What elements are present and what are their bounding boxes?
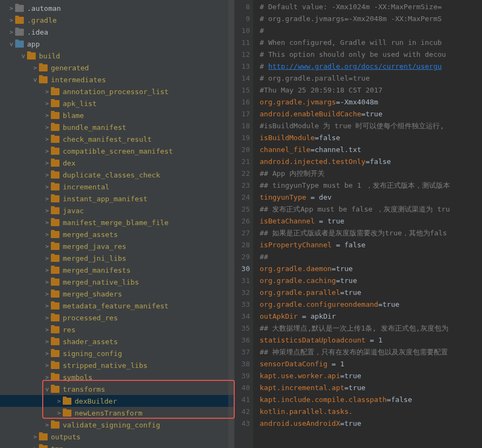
expand-arrow-icon[interactable]: > bbox=[43, 279, 51, 286]
tree-item-tmp[interactable]: >tmp bbox=[0, 443, 235, 448]
expand-arrow-icon[interactable]: > bbox=[43, 124, 51, 131]
code-line[interactable]: org.gradle.caching=true bbox=[260, 275, 482, 287]
tree-item-newLensTransform[interactable]: >newLensTransform bbox=[0, 407, 235, 419]
code-line[interactable]: # When configured, Gradle will run in in… bbox=[260, 37, 482, 49]
tree-item-app[interactable]: vapp bbox=[0, 38, 235, 50]
tree-item-merged-assets[interactable]: >merged_assets bbox=[0, 228, 235, 240]
tree-item-dexBuilder[interactable]: >dexBuilder bbox=[0, 395, 235, 407]
project-tree[interactable]: >.automan>.gradle>.ideavappvbuild>genera… bbox=[0, 0, 235, 448]
expand-arrow-icon[interactable]: > bbox=[43, 421, 51, 429]
expand-arrow-icon[interactable]: > bbox=[8, 5, 15, 12]
expand-arrow-icon[interactable]: > bbox=[8, 29, 15, 36]
code-line[interactable]: android.injected.testOnly=false bbox=[260, 156, 482, 168]
tree-item-intermediates[interactable]: vintermediates bbox=[0, 74, 235, 85]
tree-item-javac[interactable]: >javac bbox=[0, 205, 235, 216]
tree-item-incremental[interactable]: >incremental bbox=[0, 181, 235, 193]
expand-arrow-icon[interactable]: > bbox=[43, 136, 51, 143]
code-line[interactable]: ## 如果是正式版或者是灰度版需要改为true，其他为fals bbox=[260, 227, 482, 239]
code-line[interactable]: # Default value: -Xmx1024m -XX:MaxPermSi… bbox=[260, 1, 482, 13]
expand-arrow-icon[interactable]: > bbox=[43, 195, 51, 202]
code-line[interactable]: kapt.use.worker.api=true bbox=[260, 370, 482, 382]
code-line[interactable]: # http://www.gradle.org/docs/current/use… bbox=[260, 61, 482, 73]
code-line[interactable]: kapt.include.compile.classpath=false bbox=[260, 394, 482, 406]
expand-arrow-icon[interactable]: > bbox=[43, 183, 51, 190]
expand-arrow-icon[interactable]: > bbox=[43, 326, 51, 333]
code-line[interactable]: ## 神策埋点配置，只有在发布的渠道包以及灰度包需要配置 bbox=[260, 346, 482, 358]
expand-arrow-icon[interactable]: > bbox=[8, 17, 15, 24]
expand-arrow-icon[interactable]: > bbox=[43, 172, 51, 179]
expand-arrow-icon[interactable]: > bbox=[43, 362, 51, 369]
tree-item-blame[interactable]: >blame bbox=[0, 109, 235, 121]
expand-arrow-icon[interactable]: > bbox=[43, 219, 51, 226]
tree-item-bundle-manifest[interactable]: >bundle_manifest bbox=[0, 121, 235, 133]
code-line[interactable]: tingyunType = dev bbox=[260, 192, 482, 203]
expand-arrow-icon[interactable]: v bbox=[31, 76, 39, 83]
expand-arrow-icon[interactable]: > bbox=[43, 267, 51, 274]
expand-arrow-icon[interactable]: > bbox=[43, 350, 51, 357]
expand-arrow-icon[interactable]: > bbox=[31, 433, 39, 440]
code-line[interactable]: isBuildModule=false bbox=[260, 132, 482, 144]
code-line[interactable]: ## App 内控制开关 bbox=[260, 168, 482, 180]
expand-arrow-icon[interactable]: > bbox=[55, 410, 63, 417]
expand-arrow-icon[interactable]: > bbox=[43, 255, 51, 262]
tree-item-merged-native-libs[interactable]: >merged_native_libs bbox=[0, 276, 235, 288]
expand-arrow-icon[interactable]: > bbox=[43, 148, 51, 155]
tree-item-dex[interactable]: >dex bbox=[0, 157, 235, 169]
tree-item-generated[interactable]: >generated bbox=[0, 62, 235, 74]
code-line[interactable]: android.useAndroidX=true bbox=[260, 418, 482, 430]
code-line[interactable]: isBetaChannel = true bbox=[260, 215, 482, 227]
code-line[interactable]: ## 大数据埋点,默认是一次上传1条, 发布正式包,灰度包为 bbox=[260, 322, 482, 334]
tree-item-merged-shaders[interactable]: >merged_shaders bbox=[0, 288, 235, 300]
code-line[interactable]: org.gradle.configureondemand=true bbox=[260, 299, 482, 311]
code-editor[interactable]: 8910111213141516171819202122232425262728… bbox=[235, 0, 482, 448]
tree-item-apk-list[interactable]: >apk_list bbox=[0, 97, 235, 109]
code-line[interactable]: kotlin.parallel.tasks. bbox=[260, 406, 482, 418]
expand-arrow-icon[interactable]: v bbox=[43, 386, 51, 393]
tree-item-outputs[interactable]: >outputs bbox=[0, 431, 235, 443]
tree-item-merged-jni-libs[interactable]: >merged_jni_libs bbox=[0, 252, 235, 264]
code-line[interactable]: #Thu May 25 20:59:18 CST 2017 bbox=[260, 84, 482, 96]
code-line[interactable]: ## bbox=[260, 251, 482, 263]
code-line[interactable]: sensorDataConfig = 1 bbox=[260, 358, 482, 370]
expand-arrow-icon[interactable]: > bbox=[43, 160, 51, 167]
tree-item-merged-java-res[interactable]: >merged_java_res bbox=[0, 240, 235, 252]
tree-item-manifest-merge-blame-file[interactable]: >manifest_merge_blame_file bbox=[0, 216, 235, 228]
expand-arrow-icon[interactable]: v bbox=[19, 52, 27, 60]
code-line[interactable]: android.enableBuildCache=true bbox=[260, 108, 482, 120]
expand-arrow-icon[interactable]: > bbox=[55, 398, 63, 405]
code-line[interactable]: isPropertyChannel = false bbox=[260, 239, 482, 251]
code-line[interactable]: statisticsDataUploadcount = 1 bbox=[260, 334, 482, 346]
code-line[interactable]: channel_file=channel.txt bbox=[260, 144, 482, 156]
tree-item-build[interactable]: vbuild bbox=[0, 50, 235, 62]
expand-arrow-icon[interactable]: > bbox=[43, 302, 51, 309]
expand-arrow-icon[interactable]: > bbox=[43, 374, 51, 381]
tree-item-validate-signing-config[interactable]: >validate_signing_config bbox=[0, 419, 235, 431]
expand-arrow-icon[interactable]: v bbox=[8, 41, 15, 48]
tree-item--gradle[interactable]: >.gradle bbox=[0, 14, 235, 26]
tree-item-processed-res[interactable]: >processed_res bbox=[0, 312, 235, 324]
expand-arrow-icon[interactable]: > bbox=[43, 88, 51, 95]
code-line[interactable]: outApkDir = apkDir bbox=[260, 311, 482, 322]
code-line[interactable]: #isBuildModule 为 true 时可以使每个组件独立运行, bbox=[260, 120, 482, 132]
expand-arrow-icon[interactable]: > bbox=[43, 207, 51, 214]
code-line[interactable]: # bbox=[260, 25, 482, 37]
expand-arrow-icon[interactable]: > bbox=[43, 314, 51, 321]
expand-arrow-icon[interactable]: > bbox=[31, 64, 39, 71]
tree-item-instant-app-manifest[interactable]: >instant_app_manifest bbox=[0, 193, 235, 205]
tree-item-metadata-feature-manifest[interactable]: >metadata_feature_manifest bbox=[0, 300, 235, 312]
code-line[interactable]: ## tingyunType must be 1 ，发布正式版本，测试版本 bbox=[260, 180, 482, 192]
tree-item-symbols[interactable]: >symbols bbox=[0, 371, 235, 383]
expand-arrow-icon[interactable]: > bbox=[43, 100, 51, 107]
expand-arrow-icon[interactable]: > bbox=[43, 243, 51, 250]
expand-arrow-icon[interactable]: > bbox=[43, 291, 51, 298]
code-line[interactable]: org.gradle.daemon=true bbox=[260, 263, 482, 275]
code-line[interactable]: org.gradle.jvmargs=-Xmx4048m bbox=[260, 96, 482, 108]
tree-item-compatible-screen-manifest[interactable]: >compatible_screen_manifest bbox=[0, 145, 235, 157]
expand-arrow-icon[interactable]: > bbox=[31, 445, 39, 449]
tree-item-annotation-processor-list[interactable]: >annotation_processor_list bbox=[0, 85, 235, 97]
code-line[interactable]: # org.gradle.jvmargs=-Xmx2048m -XX:MaxPe… bbox=[260, 13, 482, 25]
tree-item--idea[interactable]: >.idea bbox=[0, 26, 235, 38]
code-line[interactable]: org.gradle.parallel=true bbox=[260, 287, 482, 299]
tree-item-shader-assets[interactable]: >shader_assets bbox=[0, 335, 235, 347]
tree-item-duplicate-classes-check[interactable]: >duplicate_classes_check bbox=[0, 169, 235, 181]
